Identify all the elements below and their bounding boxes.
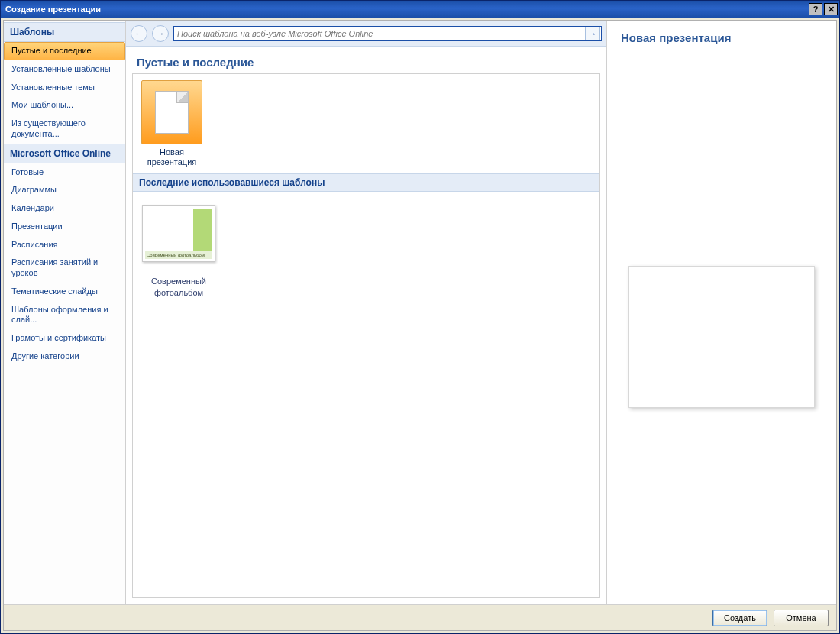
sidebar-item-label: Из существующего документа... bbox=[11, 118, 86, 138]
recent-templates-header: Последние использовавшиеся шаблоны bbox=[133, 173, 599, 192]
sidebar-item-from-existing[interactable]: Из существующего документа... bbox=[4, 115, 125, 144]
sidebar-item-diagrams[interactable]: Диаграммы bbox=[4, 181, 125, 199]
recent-item-photo-album[interactable]: Современный фотоальбом Современный фотоа… bbox=[141, 205, 217, 298]
section-title: Пустые и последние bbox=[126, 47, 606, 73]
sidebar-item-presentations[interactable]: Презентации bbox=[4, 218, 125, 236]
help-button[interactable]: ? bbox=[809, 3, 822, 15]
recent-item-label: Современный фотоальбом bbox=[141, 276, 217, 298]
tile-label: Новая презентация bbox=[139, 147, 205, 167]
search-go-button[interactable]: → bbox=[585, 27, 600, 40]
preview-slide bbox=[628, 266, 815, 408]
sidebar-item-my-templates[interactable]: Мои шаблоны... bbox=[4, 96, 125, 115]
sidebar-item-label: Расписания bbox=[11, 240, 57, 249]
footer: Создать Отмена bbox=[4, 604, 836, 630]
sidebar-item-other-categories[interactable]: Другие категории bbox=[4, 348, 125, 366]
arrow-left-icon: ← bbox=[134, 28, 144, 39]
sidebar-item-theme-slides[interactable]: Тематические слайды bbox=[4, 283, 125, 301]
template-thumbnail: Современный фотоальбом bbox=[142, 205, 215, 262]
sidebar-item-installed-templates[interactable]: Установленные шаблоны bbox=[4, 60, 125, 79]
dialog-window: Создание презентации ? ✕ Шаблоны Пустые … bbox=[0, 0, 840, 634]
thumbnail-caption: Современный фотоальбом bbox=[145, 251, 212, 260]
sidebar-item-label: Календари bbox=[11, 203, 54, 212]
sidebar-item-label: Пустые и последние bbox=[11, 46, 92, 55]
sidebar-item-calendars[interactable]: Календари bbox=[4, 199, 125, 218]
sidebar-item-design-templates[interactable]: Шаблоны оформления и слай... bbox=[4, 301, 125, 330]
blank-row: Новая презентация bbox=[133, 74, 599, 173]
page-icon bbox=[155, 91, 189, 134]
sidebar-header-templates: Шаблоны bbox=[4, 22, 125, 42]
sidebar-item-schedules[interactable]: Расписания bbox=[4, 236, 125, 254]
sidebar-item-label: Шаблоны оформления и слай... bbox=[11, 305, 108, 325]
sidebar-header-online: Microsoft Office Online bbox=[4, 144, 125, 163]
cancel-button[interactable]: Отмена bbox=[774, 610, 829, 626]
window-controls: ? ✕ bbox=[809, 3, 838, 15]
sidebar: Шаблоны Пустые и последние Установленные… bbox=[4, 21, 126, 604]
sidebar-item-label: Расписания занятий и уроков bbox=[11, 257, 98, 277]
search-box: → bbox=[173, 26, 602, 41]
sidebar-item-certificates[interactable]: Грамоты и сертификаты bbox=[4, 329, 125, 348]
client-area: Шаблоны Пустые и последние Установленные… bbox=[3, 20, 837, 631]
preview-title: Новая презентация bbox=[621, 28, 822, 52]
arrow-right-icon: → bbox=[589, 29, 597, 38]
sidebar-item-blank-recent[interactable]: Пустые и последние bbox=[4, 42, 125, 60]
sidebar-item-label: Мои шаблоны... bbox=[11, 100, 73, 109]
titlebar: Создание презентации ? ✕ bbox=[1, 1, 839, 18]
sidebar-item-installed-themes[interactable]: Установленные темы bbox=[4, 79, 125, 97]
sidebar-item-label: Грамоты и сертификаты bbox=[11, 333, 106, 342]
sidebar-item-label: Готовые bbox=[11, 167, 44, 176]
close-button[interactable]: ✕ bbox=[824, 3, 838, 15]
forward-button[interactable]: → bbox=[152, 25, 169, 42]
preview-pane: Новая презентация bbox=[607, 21, 836, 604]
template-gallery: Новая презентация Последние использовавш… bbox=[132, 73, 600, 598]
back-button[interactable]: ← bbox=[131, 25, 147, 42]
sidebar-item-class-schedules[interactable]: Расписания занятий и уроков bbox=[4, 254, 125, 283]
tile-new-presentation[interactable]: Новая презентация bbox=[139, 80, 205, 167]
search-input[interactable] bbox=[174, 27, 584, 40]
button-label: Отмена bbox=[786, 613, 816, 623]
sidebar-item-featured[interactable]: Готовые bbox=[4, 163, 125, 182]
sidebar-item-label: Установленные шаблоны bbox=[11, 64, 111, 73]
button-label: Создать bbox=[724, 613, 756, 623]
content-pane: ← → → Пустые и последние bbox=[126, 21, 607, 604]
window-title: Создание презентации bbox=[5, 5, 101, 14]
sidebar-item-label: Тематические слайды bbox=[11, 286, 98, 296]
arrow-right-icon: → bbox=[156, 28, 165, 39]
sidebar-item-label: Презентации bbox=[11, 222, 63, 231]
sidebar-item-label: Диаграммы bbox=[11, 185, 57, 194]
blank-page-icon bbox=[141, 80, 202, 144]
sidebar-item-label: Установленные темы bbox=[11, 82, 95, 92]
recent-row: Современный фотоальбом Современный фотоа… bbox=[133, 192, 599, 312]
toolbar: ← → → bbox=[126, 21, 606, 47]
upper-pane: Шаблоны Пустые и последние Установленные… bbox=[4, 21, 836, 604]
create-button[interactable]: Создать bbox=[712, 610, 767, 626]
sidebar-item-label: Другие категории bbox=[11, 351, 79, 361]
